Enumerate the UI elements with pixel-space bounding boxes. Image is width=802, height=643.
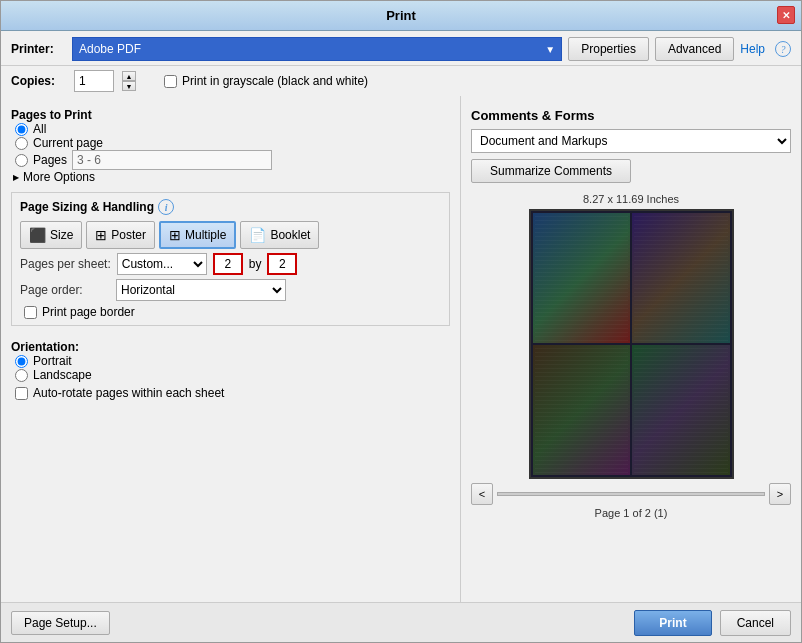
- next-page-button[interactable]: >: [769, 483, 791, 505]
- printer-value: Adobe PDF: [79, 42, 141, 56]
- right-panel: Comments & Forms Document and Markups Do…: [461, 96, 801, 602]
- bottom-bar: Page Setup... Print Cancel: [1, 602, 801, 642]
- page-sizing-section: Page Sizing & Handling i ⬛ Size ⊞ Poster…: [11, 192, 450, 326]
- grayscale-label: Print in grayscale (black and white): [182, 74, 368, 88]
- pages-per-sheet-select[interactable]: Custom... 2 4 6 8 9 16: [117, 253, 207, 275]
- copies-spinner[interactable]: ▲ ▼: [122, 71, 136, 91]
- printer-label: Printer:: [11, 42, 66, 56]
- pages-range-input[interactable]: [72, 150, 272, 170]
- page-order-select[interactable]: Horizontal Horizontal Reversed Vertical …: [116, 279, 286, 301]
- size-tab-icon: ⬛: [29, 227, 46, 243]
- main-content: Pages to Print All Current page Pages ▶ …: [1, 96, 801, 602]
- pages-per-sheet-label: Pages per sheet:: [20, 257, 111, 271]
- preview-cell-2: [632, 213, 730, 343]
- properties-button[interactable]: Properties: [568, 37, 649, 61]
- preview-area: 8.27 x 11.69 Inches < > Page 1 of 2 (1): [471, 193, 791, 594]
- current-page-radio[interactable]: [15, 137, 28, 150]
- title-bar: Print ✕: [1, 1, 801, 31]
- page-setup-button[interactable]: Page Setup...: [11, 611, 110, 635]
- comments-forms-section: Comments & Forms Document and Markups Do…: [471, 108, 791, 183]
- page-sizing-title: Page Sizing & Handling i: [20, 199, 441, 215]
- window-title: Print: [386, 8, 416, 23]
- printer-row: Printer: Adobe PDF ▼ Properties Advanced…: [1, 31, 801, 66]
- preview-nav-row: < >: [471, 483, 791, 505]
- all-radio-row: All: [15, 122, 450, 136]
- pages-per-sheet-row: Pages per sheet: Custom... 2 4 6 8 9 16 …: [20, 253, 441, 275]
- auto-rotate-label: Auto-rotate pages within each sheet: [33, 386, 224, 400]
- page-order-label: Page order:: [20, 283, 110, 297]
- multiple-tab-icon: ⊞: [169, 227, 181, 243]
- more-options-row[interactable]: ▶ More Options: [13, 170, 450, 184]
- comments-forms-select[interactable]: Document and Markups Document Form Field…: [471, 129, 791, 153]
- portrait-radio-row: Portrait: [15, 354, 450, 368]
- pages-y-input[interactable]: [267, 253, 297, 275]
- preview-cell-1: [533, 213, 631, 343]
- current-page-label: Current page: [33, 136, 103, 150]
- auto-rotate-row: Auto-rotate pages within each sheet: [15, 386, 450, 400]
- preview-image: [529, 209, 734, 479]
- help-icon[interactable]: ?: [775, 41, 791, 57]
- help-link[interactable]: Help: [740, 42, 765, 56]
- grayscale-row: Print in grayscale (black and white): [164, 74, 368, 88]
- by-text: by: [249, 257, 262, 271]
- all-radio[interactable]: [15, 123, 28, 136]
- portrait-label: Portrait: [33, 354, 72, 368]
- size-tab-label: Size: [50, 228, 73, 242]
- booklet-tab[interactable]: 📄 Booklet: [240, 221, 319, 249]
- comments-forms-title: Comments & Forms: [471, 108, 791, 123]
- poster-tab[interactable]: ⊞ Poster: [86, 221, 155, 249]
- copies-label: Copies:: [11, 74, 66, 88]
- left-panel: Pages to Print All Current page Pages ▶ …: [1, 96, 461, 602]
- landscape-radio[interactable]: [15, 369, 28, 382]
- prev-page-button[interactable]: <: [471, 483, 493, 505]
- landscape-radio-row: Landscape: [15, 368, 450, 382]
- close-button[interactable]: ✕: [777, 6, 795, 24]
- portrait-radio[interactable]: [15, 355, 28, 368]
- pages-radio[interactable]: [15, 154, 28, 167]
- preview-cell-4: [632, 345, 730, 475]
- spinner-up[interactable]: ▲: [122, 71, 136, 81]
- poster-tab-icon: ⊞: [95, 227, 107, 243]
- copies-row: Copies: ▲ ▼ Print in grayscale (black an…: [1, 66, 801, 96]
- preview-cell-3: [533, 345, 631, 475]
- booklet-tab-label: Booklet: [270, 228, 310, 242]
- poster-tab-label: Poster: [111, 228, 146, 242]
- copies-input[interactable]: [74, 70, 114, 92]
- more-options-triangle: ▶: [13, 173, 19, 182]
- pages-label: Pages: [33, 153, 67, 167]
- orientation-title: Orientation:: [11, 340, 450, 354]
- summarize-comments-button[interactable]: Summarize Comments: [471, 159, 631, 183]
- cancel-button[interactable]: Cancel: [720, 610, 791, 636]
- print-page-border-row: Print page border: [24, 305, 441, 319]
- tab-buttons: ⬛ Size ⊞ Poster ⊞ Multiple 📄 Booklet: [20, 221, 441, 249]
- pages-x-input[interactable]: [213, 253, 243, 275]
- page-order-row: Page order: Horizontal Horizontal Revers…: [20, 279, 441, 301]
- page-label: Page 1 of 2 (1): [471, 507, 791, 519]
- pages-to-print-title: Pages to Print: [11, 108, 450, 122]
- print-page-border-checkbox[interactable]: [24, 306, 37, 319]
- pages-radio-row: Pages: [15, 150, 450, 170]
- preview-size-label: 8.27 x 11.69 Inches: [583, 193, 679, 205]
- print-dialog: Print ✕ Printer: Adobe PDF ▼ Properties …: [0, 0, 802, 643]
- advanced-button[interactable]: Advanced: [655, 37, 734, 61]
- info-icon[interactable]: i: [158, 199, 174, 215]
- orientation-section: Orientation: Portrait Landscape Auto-rot…: [11, 336, 450, 400]
- landscape-label: Landscape: [33, 368, 92, 382]
- printer-dropdown-arrow: ▼: [545, 44, 555, 55]
- grayscale-checkbox[interactable]: [164, 75, 177, 88]
- pages-to-print-section: Pages to Print All Current page Pages ▶ …: [11, 104, 450, 184]
- booklet-tab-icon: 📄: [249, 227, 266, 243]
- current-page-radio-row: Current page: [15, 136, 450, 150]
- all-label: All: [33, 122, 46, 136]
- more-options-label: More Options: [23, 170, 95, 184]
- auto-rotate-checkbox[interactable]: [15, 387, 28, 400]
- print-button[interactable]: Print: [634, 610, 711, 636]
- printer-select[interactable]: Adobe PDF ▼: [72, 37, 562, 61]
- print-page-border-label: Print page border: [42, 305, 135, 319]
- size-tab[interactable]: ⬛ Size: [20, 221, 82, 249]
- multiple-tab-label: Multiple: [185, 228, 226, 242]
- multiple-tab[interactable]: ⊞ Multiple: [159, 221, 236, 249]
- spinner-down[interactable]: ▼: [122, 81, 136, 91]
- page-slider[interactable]: [497, 492, 765, 496]
